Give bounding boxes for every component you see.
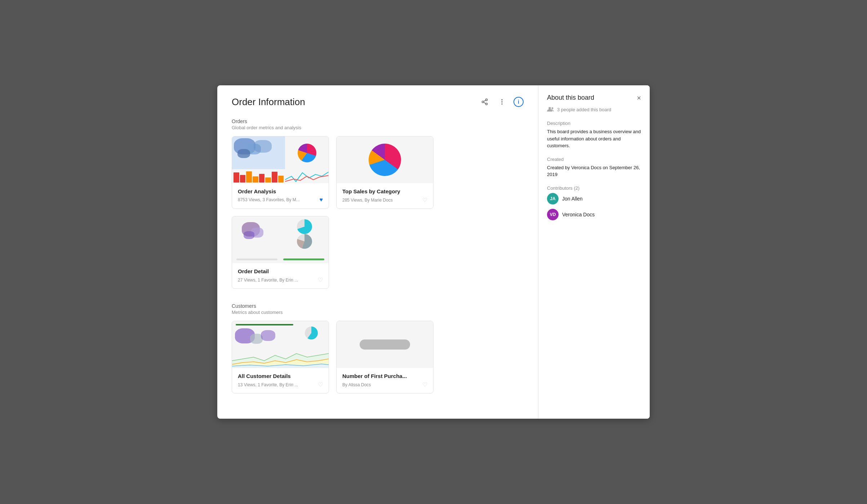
svg-point-12	[552, 107, 553, 109]
description-section: Description This board provides a busine…	[547, 121, 641, 149]
avatar-jon-allen: JA	[547, 193, 559, 204]
card-top-sales[interactable]: Top Sales by Category 285 Views, By Mari…	[336, 136, 434, 209]
card-body-all-customer: All Customer Details 13 Views, 1 Favorit…	[232, 368, 329, 393]
card-title-order-analysis: Order Analysis	[238, 188, 323, 194]
card-preview-order-detail	[232, 216, 329, 263]
map-thumbnail	[232, 136, 285, 169]
favorite-icon-first-purchase[interactable]: ♡	[422, 381, 427, 388]
line-thumbnail	[285, 169, 329, 183]
main-layout: Order Information	[217, 85, 650, 419]
svg-line-3	[484, 102, 486, 103]
orders-title: Orders	[232, 118, 524, 124]
svg-point-7	[501, 103, 502, 104]
contributor-row-ja: JA Jon Allen	[547, 193, 641, 204]
customers-section-header: Customers Metrics about customers	[232, 303, 524, 315]
svg-point-0	[486, 99, 488, 101]
card-meta-text: 13 Views, 1 Favorite, By Erin ...	[238, 382, 298, 387]
card-meta-text: 285 Views, By Marie Docs	[342, 198, 393, 203]
card-body-order-detail: Order Detail 27 Views, 1 Favorite, By Er…	[232, 263, 329, 288]
main-window: Order Information	[217, 85, 650, 419]
sidebar-header: About this board ×	[547, 94, 641, 102]
customers-title: Customers	[232, 303, 524, 309]
header-actions: i	[479, 96, 524, 108]
created-section: Created Created by Veronica Docs on Sept…	[547, 157, 641, 178]
favorite-icon-top-sales[interactable]: ♡	[422, 197, 427, 203]
card-first-purchase[interactable]: Number of First Purcha... By Alissa Docs…	[336, 321, 434, 393]
card-meta-text: By Alissa Docs	[342, 382, 371, 387]
description-label: Description	[547, 121, 641, 126]
info-icon-label: i	[518, 99, 519, 105]
card-body-top-sales: Top Sales by Category 285 Views, By Mari…	[337, 183, 433, 208]
bar-thumbnail	[232, 169, 285, 183]
number-preview-bar	[360, 339, 410, 350]
card-meta-text: 27 Views, 1 Favorite, By Erin ...	[238, 278, 298, 283]
about-sidebar: About this board × 3 people added this b…	[538, 85, 650, 419]
close-sidebar-button[interactable]: ×	[637, 94, 641, 102]
contributors-section: Contributors (2) JA Jon Allen VD Veronic…	[547, 185, 641, 220]
svg-point-1	[482, 101, 484, 103]
card-meta-all-customer: 13 Views, 1 Favorite, By Erin ... ♡	[238, 381, 323, 388]
share-button[interactable]	[479, 96, 490, 108]
card-preview-top-sales	[337, 136, 433, 183]
svg-point-5	[501, 99, 502, 100]
orders-cards-grid: Order Analysis 8753 Views, 3 Favorites, …	[232, 136, 524, 289]
pie-thumbnail	[285, 136, 329, 169]
card-preview-first-purchase	[337, 321, 433, 368]
avatar-initials-vd: VD	[550, 212, 556, 217]
orders-subtitle: Global order metrics and analysis	[232, 125, 524, 130]
contributor-name-vd: Veronica Docs	[562, 212, 595, 217]
page-title: Order Information	[232, 96, 305, 108]
people-row: 3 people added this board	[547, 106, 641, 113]
contributor-row-vd: VD Veronica Docs	[547, 209, 641, 220]
more-button[interactable]	[496, 96, 508, 108]
customers-subtitle: Metrics about customers	[232, 310, 524, 315]
card-order-analysis[interactable]: Order Analysis 8753 Views, 3 Favorites, …	[232, 136, 329, 209]
card-meta-first-purchase: By Alissa Docs ♡	[342, 381, 427, 388]
svg-point-11	[548, 107, 551, 109]
svg-point-6	[501, 101, 502, 102]
card-body-first-purchase: Number of First Purcha... By Alissa Docs…	[337, 368, 433, 393]
avatar-initials-ja: JA	[550, 196, 555, 201]
svg-point-2	[486, 103, 488, 105]
contributors-label: Contributors (2)	[547, 185, 641, 191]
sidebar-title: About this board	[547, 94, 594, 102]
card-body-order-analysis: Order Analysis 8753 Views, 3 Favorites, …	[232, 183, 329, 208]
people-count-text: 3 people added this board	[557, 107, 611, 112]
card-preview-all-customer	[232, 321, 329, 368]
card-title-order-detail: Order Detail	[238, 268, 323, 274]
customers-cards-grid: All Customer Details 13 Views, 1 Favorit…	[232, 321, 524, 393]
orders-section-header: Orders Global order metrics and analysis	[232, 118, 524, 130]
card-title-first-purchase: Number of First Purcha...	[342, 373, 427, 379]
people-icon	[547, 106, 554, 113]
created-text: Created by Veronica Docs on September 26…	[547, 164, 641, 178]
favorite-icon-order-analysis[interactable]: ♥	[320, 197, 323, 203]
avatar-veronica-docs: VD	[547, 209, 559, 220]
info-button[interactable]: i	[513, 97, 524, 107]
contributor-name-ja: Jon Allen	[562, 196, 583, 202]
description-text: This board provides a business overview …	[547, 128, 641, 149]
card-meta-order-detail: 27 Views, 1 Favorite, By Erin ... ♡	[238, 276, 323, 283]
card-preview-order-analysis	[232, 136, 329, 183]
card-meta-order-analysis: 8753 Views, 3 Favorites, By M... ♥	[238, 197, 323, 203]
content-area: Order Information	[217, 85, 538, 419]
created-label: Created	[547, 157, 641, 162]
favorite-icon-all-customer[interactable]: ♡	[318, 381, 323, 388]
card-title-all-customer: All Customer Details	[238, 373, 323, 379]
svg-line-4	[484, 100, 486, 101]
card-meta-top-sales: 285 Views, By Marie Docs ♡	[342, 197, 427, 203]
card-all-customer[interactable]: All Customer Details 13 Views, 1 Favorit…	[232, 321, 329, 393]
card-order-detail[interactable]: Order Detail 27 Views, 1 Favorite, By Er…	[232, 216, 329, 289]
card-title-top-sales: Top Sales by Category	[342, 188, 427, 194]
card-meta-text: 8753 Views, 3 Favorites, By M...	[238, 197, 300, 202]
page-header: Order Information	[232, 96, 524, 108]
favorite-icon-order-detail[interactable]: ♡	[318, 276, 323, 283]
